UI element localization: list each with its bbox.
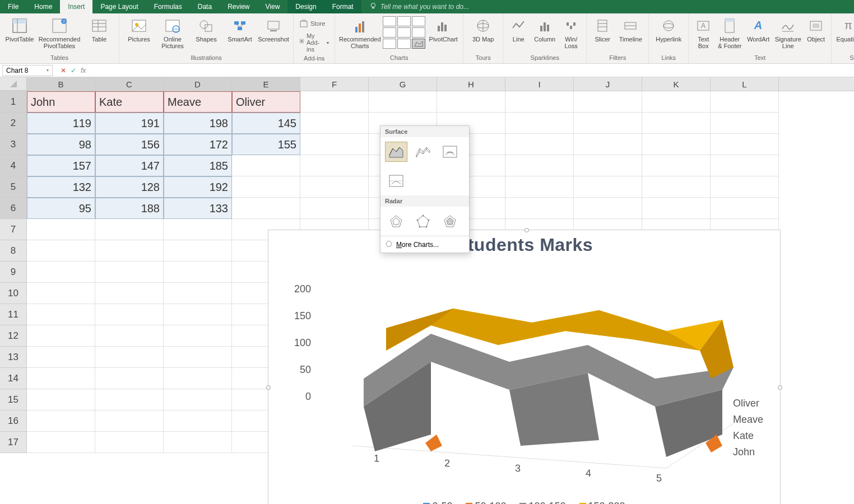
cell-C11[interactable] bbox=[95, 304, 164, 325]
cell-C3[interactable]: 156 bbox=[95, 134, 164, 155]
cell-B10[interactable] bbox=[27, 283, 95, 304]
cell-D2[interactable]: 198 bbox=[164, 113, 232, 134]
store-button[interactable]: Store bbox=[297, 18, 331, 29]
fx-icon[interactable]: fx bbox=[81, 67, 86, 74]
row-header-17[interactable]: 17 bbox=[0, 432, 27, 453]
cell-C2[interactable]: 191 bbox=[95, 113, 164, 134]
cell-C6[interactable]: 188 bbox=[95, 198, 164, 219]
chart-area-icon[interactable] bbox=[412, 16, 425, 26]
cell-H1[interactable] bbox=[437, 91, 505, 113]
cell-C13[interactable] bbox=[95, 347, 164, 368]
cell-D15[interactable] bbox=[164, 389, 232, 410]
surface-wireframe-contour-option[interactable] bbox=[385, 171, 407, 191]
tab-data[interactable]: Data bbox=[190, 0, 220, 13]
cell-L3[interactable] bbox=[711, 134, 779, 155]
row-header-5[interactable]: 5 bbox=[0, 176, 27, 198]
chart-title[interactable]: Students Marks bbox=[268, 235, 780, 255]
cell-F4[interactable] bbox=[300, 155, 369, 176]
cell-C12[interactable] bbox=[95, 325, 164, 347]
cell-B3[interactable]: 98 bbox=[27, 134, 95, 155]
sparkline-line-button[interactable]: Line bbox=[507, 16, 530, 44]
chart-line-icon[interactable] bbox=[397, 16, 411, 26]
online-pictures-button[interactable]: Online Pictures bbox=[156, 16, 189, 50]
cell-C1[interactable]: Kate bbox=[95, 91, 164, 113]
cell-B12[interactable] bbox=[27, 325, 95, 347]
row-header-7[interactable]: 7 bbox=[0, 219, 27, 240]
cell-L5[interactable] bbox=[711, 176, 779, 198]
col-header-H[interactable]: H bbox=[437, 77, 505, 91]
cell-C4[interactable]: 147 bbox=[95, 155, 164, 176]
row-header-6[interactable]: 6 bbox=[0, 198, 27, 219]
cell-I4[interactable] bbox=[505, 155, 574, 176]
cell-I3[interactable] bbox=[505, 134, 574, 155]
pivottable-button[interactable]: PivotTable bbox=[3, 16, 36, 44]
cell-D11[interactable] bbox=[164, 304, 232, 325]
textbox-button[interactable]: AText Box bbox=[692, 16, 714, 50]
cell-K5[interactable] bbox=[642, 176, 711, 198]
hyperlink-button[interactable]: Hyperlink bbox=[652, 16, 685, 44]
tab-review[interactable]: Review bbox=[220, 0, 257, 13]
chart-bar-icon[interactable] bbox=[383, 16, 396, 26]
cell-I6[interactable] bbox=[505, 198, 574, 219]
select-all-corner[interactable] bbox=[0, 77, 27, 91]
row-header-14[interactable]: 14 bbox=[0, 368, 27, 389]
cell-E1[interactable]: Oliver bbox=[232, 91, 300, 113]
cell-I1[interactable] bbox=[505, 91, 574, 113]
col-header-B[interactable]: B bbox=[27, 77, 95, 91]
cell-L2[interactable] bbox=[711, 113, 779, 134]
cell-C9[interactable] bbox=[95, 262, 164, 283]
cell-F6[interactable] bbox=[300, 198, 369, 219]
row-header-11[interactable]: 11 bbox=[0, 304, 27, 325]
tab-insert[interactable]: Insert bbox=[60, 0, 92, 13]
cell-J1[interactable] bbox=[574, 91, 642, 113]
cell-D12[interactable] bbox=[164, 325, 232, 347]
signature-line-button[interactable]: Signature Line bbox=[773, 16, 803, 50]
chart-scatter-icon[interactable] bbox=[412, 27, 425, 38]
col-header-K[interactable]: K bbox=[642, 77, 711, 91]
enter-formula-icon[interactable]: ✓ bbox=[71, 67, 76, 74]
cell-B5[interactable]: 132 bbox=[27, 176, 95, 198]
cell-I5[interactable] bbox=[505, 176, 574, 198]
more-charts-button[interactable]: More Charts... bbox=[380, 236, 469, 253]
cell-C8[interactable] bbox=[95, 240, 164, 262]
radar-option[interactable] bbox=[385, 211, 407, 231]
row-header-8[interactable]: 8 bbox=[0, 240, 27, 262]
cell-C7[interactable] bbox=[95, 219, 164, 240]
row-header-4[interactable]: 4 bbox=[0, 155, 27, 176]
cell-B2[interactable]: 119 bbox=[27, 113, 95, 134]
cell-C16[interactable] bbox=[95, 410, 164, 432]
cell-B14[interactable] bbox=[27, 368, 95, 389]
cell-B6[interactable]: 95 bbox=[27, 198, 95, 219]
col-header-L[interactable]: L bbox=[711, 77, 779, 91]
cell-J6[interactable] bbox=[574, 198, 642, 219]
cell-E2[interactable]: 145 bbox=[232, 113, 300, 134]
chart-map-icon[interactable] bbox=[397, 39, 411, 49]
cell-D1[interactable]: Meave bbox=[164, 91, 232, 113]
cell-D5[interactable]: 192 bbox=[164, 176, 232, 198]
slicer-button[interactable]: Slicer bbox=[590, 16, 615, 44]
row-header-10[interactable]: 10 bbox=[0, 283, 27, 304]
cell-D13[interactable] bbox=[164, 347, 232, 368]
cell-D10[interactable] bbox=[164, 283, 232, 304]
row-header-1[interactable]: 1 bbox=[0, 91, 27, 113]
cell-K4[interactable] bbox=[642, 155, 711, 176]
recommended-pivottables-button[interactable]: ?Recommended PivotTables bbox=[37, 16, 82, 50]
equation-button[interactable]: πEquation bbox=[835, 16, 854, 44]
row-header-9[interactable]: 9 bbox=[0, 262, 27, 283]
cell-J3[interactable] bbox=[574, 134, 642, 155]
embedded-chart[interactable]: Students Marks 200 150 100 50 0 bbox=[268, 230, 781, 504]
cell-G1[interactable] bbox=[369, 91, 437, 113]
surface-contour-option[interactable] bbox=[439, 142, 461, 162]
col-header-E[interactable]: E bbox=[232, 77, 300, 91]
row-header-16[interactable]: 16 bbox=[0, 410, 27, 432]
chart-legend[interactable]: 0-50 50-100 100-150 150-200 bbox=[268, 501, 780, 504]
pivotchart-button[interactable]: PivotChart bbox=[427, 16, 460, 44]
cell-D9[interactable] bbox=[164, 262, 232, 283]
chart-statistic-icon[interactable] bbox=[397, 27, 411, 38]
shapes-button[interactable]: Shapes bbox=[190, 16, 222, 44]
cell-K6[interactable] bbox=[642, 198, 711, 219]
cell-B8[interactable] bbox=[27, 240, 95, 262]
cell-E3[interactable]: 155 bbox=[232, 134, 300, 155]
cell-F5[interactable] bbox=[300, 176, 369, 198]
tab-file[interactable]: File bbox=[0, 0, 26, 13]
